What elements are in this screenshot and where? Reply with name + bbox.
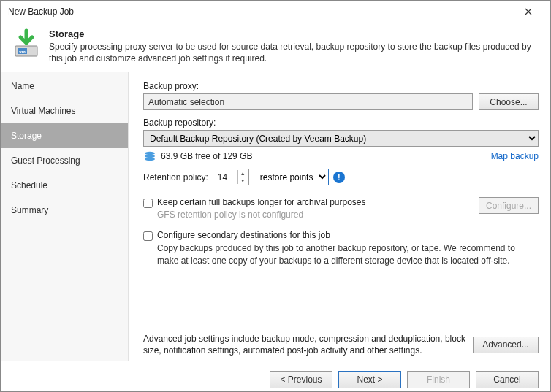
disk-stack-icon: [143, 151, 156, 161]
next-button[interactable]: Next >: [338, 371, 401, 388]
backup-repository-select[interactable]: Default Backup Repository (Created by Ve…: [143, 130, 539, 147]
secondary-destinations-checkbox[interactable]: [143, 231, 153, 241]
gfs-not-configured-text: GFS retention policy is not configured: [157, 210, 473, 220]
retention-unit-select[interactable]: restore points: [254, 169, 329, 185]
content-panel: Backup proxy: Automatic selection Choose…: [129, 72, 550, 361]
svg-point-3: [145, 152, 155, 155]
chevron-down-icon[interactable]: ▼: [238, 177, 248, 184]
backup-repository-label: Backup repository:: [143, 118, 539, 128]
backup-proxy-label: Backup proxy:: [143, 81, 539, 91]
advanced-description: Advanced job settings include backup mod…: [143, 333, 466, 356]
finish-button: Finish: [407, 371, 470, 388]
header-title: Storage: [49, 28, 540, 39]
step-guest-processing[interactable]: Guest Processing: [1, 148, 128, 173]
svg-point-5: [145, 158, 155, 161]
storage-header-icon: vm: [11, 28, 42, 59]
choose-proxy-button[interactable]: Choose...: [479, 93, 539, 110]
info-icon[interactable]: !: [333, 172, 345, 183]
step-virtual-machines[interactable]: Virtual Machines: [1, 99, 128, 123]
titlebar: New Backup Job: [1, 1, 550, 23]
chevron-up-icon[interactable]: ▲: [238, 170, 248, 177]
keep-full-backups-checkbox[interactable]: [143, 199, 153, 208]
backup-proxy-field[interactable]: Automatic selection: [143, 93, 473, 110]
advanced-button[interactable]: Advanced...: [473, 337, 539, 353]
secondary-destinations-label: Configure secondary destinations for thi…: [157, 230, 539, 240]
wizard-header: vm Storage Specify processing proxy serv…: [1, 23, 550, 72]
map-backup-link[interactable]: Map backup: [491, 151, 539, 161]
retention-count-value: 14: [218, 172, 227, 182]
previous-button[interactable]: < Previous: [270, 371, 332, 388]
svg-text:vm: vm: [19, 50, 26, 54]
step-schedule[interactable]: Schedule: [1, 173, 128, 198]
wizard-sidebar: Name Virtual Machines Storage Guest Proc…: [1, 72, 129, 361]
cancel-button[interactable]: Cancel: [476, 371, 539, 388]
step-summary[interactable]: Summary: [1, 198, 128, 223]
step-name[interactable]: Name: [1, 74, 128, 99]
close-icon: [525, 8, 532, 15]
keep-full-backups-label: Keep certain full backups longer for arc…: [157, 197, 473, 207]
retention-policy-label: Retention policy:: [143, 172, 208, 182]
svg-point-4: [145, 155, 155, 158]
window-title: New Backup Job: [8, 7, 514, 17]
step-storage[interactable]: Storage: [1, 123, 128, 148]
wizard-footer: < Previous Next > Finish Cancel: [1, 361, 550, 392]
close-button[interactable]: [514, 1, 543, 23]
retention-count-input[interactable]: 14 ▲▼: [213, 169, 249, 185]
header-subtitle: Specify processing proxy server to be us…: [49, 41, 540, 64]
configure-gfs-button: Configure...: [479, 197, 539, 214]
secondary-destinations-desc: Copy backups produced by this job to ano…: [157, 242, 539, 266]
retention-spinner[interactable]: ▲▼: [238, 170, 248, 184]
free-space-text: 63.9 GB free of 129 GB: [161, 151, 252, 161]
